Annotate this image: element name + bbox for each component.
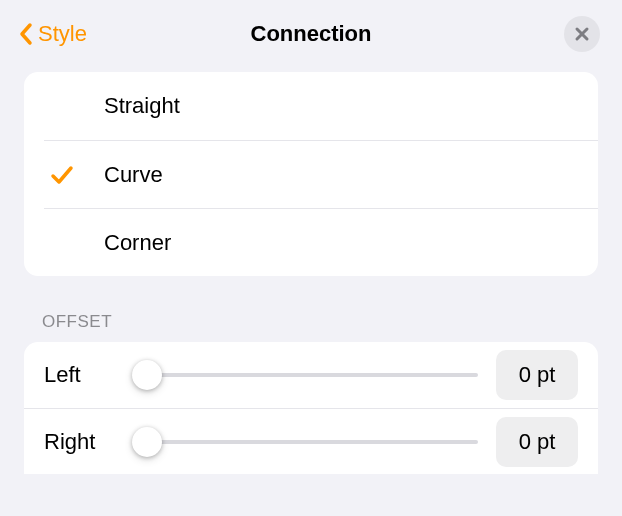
offset-left-row: Left 0 pt — [24, 342, 598, 408]
offset-left-value[interactable]: 0 pt — [496, 350, 578, 400]
slider-thumb[interactable] — [132, 427, 162, 457]
offset-list: Left 0 pt Right 0 pt — [24, 342, 598, 474]
checkmark-icon — [50, 164, 74, 186]
row-label: Corner — [104, 230, 171, 256]
offset-left-label: Left — [44, 362, 114, 388]
offset-right-slider[interactable] — [132, 427, 478, 457]
connection-type-curve[interactable]: Curve — [44, 140, 598, 208]
check-slot — [44, 164, 104, 186]
close-icon — [574, 26, 590, 42]
slider-thumb[interactable] — [132, 360, 162, 390]
offset-section-header: OFFSET — [42, 312, 580, 332]
slider-track — [132, 440, 478, 444]
connection-type-corner[interactable]: Corner — [44, 208, 598, 276]
connection-type-straight[interactable]: Straight — [24, 72, 598, 140]
header-bar: Style Connection — [0, 0, 622, 72]
offset-right-row: Right 0 pt — [24, 408, 598, 474]
offset-left-slider[interactable] — [132, 360, 478, 390]
connection-type-list: Straight Curve Corner — [24, 72, 598, 276]
page-title: Connection — [251, 21, 372, 47]
back-button[interactable]: Style — [18, 21, 87, 47]
row-label: Straight — [104, 93, 180, 119]
slider-track — [132, 373, 478, 377]
offset-right-label: Right — [44, 429, 114, 455]
back-label: Style — [38, 21, 87, 47]
close-button[interactable] — [564, 16, 600, 52]
offset-right-value[interactable]: 0 pt — [496, 417, 578, 467]
row-label: Curve — [104, 162, 163, 188]
chevron-left-icon — [18, 22, 34, 46]
